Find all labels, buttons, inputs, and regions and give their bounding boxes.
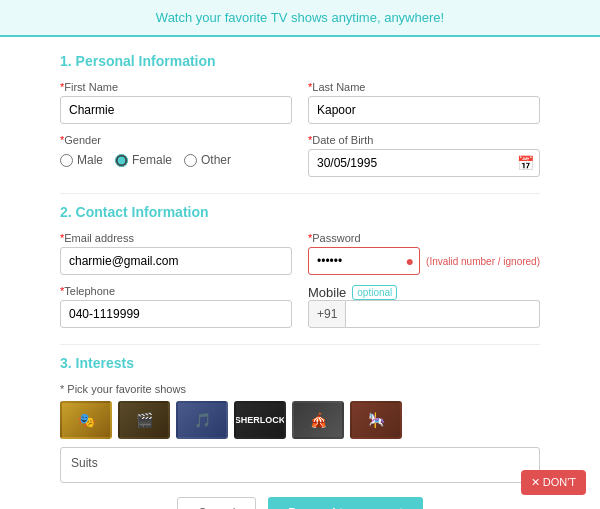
dont-button[interactable]: ✕ DON'T: [521, 470, 586, 495]
mobile-field: Mobile optional +91: [308, 285, 540, 328]
gender-group: Male Female Other: [60, 153, 292, 170]
show-thumb-1[interactable]: 🎭: [60, 401, 112, 439]
gender-female-radio[interactable]: [115, 154, 128, 167]
show-thumb-6[interactable]: 🎠: [350, 401, 402, 439]
first-name-field: *First Name: [60, 81, 292, 124]
banner-text: Watch your favorite TV shows anytime, an…: [156, 10, 444, 25]
mobile-input[interactable]: [346, 300, 540, 328]
personal-section-title: 1. Personal Information: [60, 53, 540, 69]
top-banner: Watch your favorite TV shows anytime, an…: [0, 0, 600, 37]
password-label: *Password: [308, 232, 540, 244]
cancel-button[interactable]: Cancel: [177, 497, 256, 509]
last-name-input[interactable]: [308, 96, 540, 124]
dob-wrapper: 📅: [308, 149, 540, 177]
dob-field: *Date of Birth 📅: [308, 134, 540, 177]
email-input[interactable]: [60, 247, 292, 275]
email-label: *Email address: [60, 232, 292, 244]
last-name-field: *Last Name: [308, 81, 540, 124]
mobile-label-row: Mobile optional: [308, 285, 540, 300]
telephone-input[interactable]: [60, 300, 292, 328]
show-thumb-5[interactable]: 🎪: [292, 401, 344, 439]
shows-thumbnails: 🎭 🎬 🎵 SHERLOCK 🎪 🎠: [60, 401, 540, 439]
mobile-label: Mobile: [308, 285, 346, 300]
personal-information-section: 1. Personal Information *First Name *Las…: [60, 53, 540, 177]
password-error-icon: ●: [406, 253, 414, 269]
first-name-label: *First Name: [60, 81, 292, 93]
contact-section-title: 2. Contact Information: [60, 204, 540, 220]
mobile-prefix-wrapper: +91: [308, 300, 540, 328]
show-thumb-4[interactable]: SHERLOCK: [234, 401, 286, 439]
gender-label: *Gender: [60, 134, 292, 146]
password-wrapper: ●: [308, 247, 420, 275]
password-row: ● (Invalid number / ignored): [308, 247, 540, 275]
selected-show-display: Suits: [60, 447, 540, 483]
password-field: *Password ● (Invalid number / ignored): [308, 232, 540, 275]
dob-input[interactable]: [308, 149, 540, 177]
contact-information-section: 2. Contact Information *Email address *P…: [60, 204, 540, 328]
interests-section: 3. Interests * Pick your favorite shows …: [60, 355, 540, 483]
gender-other-radio[interactable]: [184, 154, 197, 167]
optional-badge: optional: [352, 285, 397, 300]
mobile-prefix-display: +91: [308, 300, 346, 328]
gender-other-option[interactable]: Other: [184, 153, 231, 167]
footer-buttons: Cancel Proceed to payment: [60, 497, 540, 509]
show-thumb-2[interactable]: 🎬: [118, 401, 170, 439]
password-hint: (Invalid number / ignored): [426, 256, 540, 267]
telephone-field: *Telephone: [60, 285, 292, 328]
interests-section-title: 3. Interests: [60, 355, 540, 371]
gender-field: *Gender Male Female Other: [60, 134, 292, 177]
first-name-input[interactable]: [60, 96, 292, 124]
email-field: *Email address: [60, 232, 292, 275]
gender-male-option[interactable]: Male: [60, 153, 103, 167]
gender-male-radio[interactable]: [60, 154, 73, 167]
last-name-label: *Last Name: [308, 81, 540, 93]
password-input[interactable]: [308, 247, 420, 275]
proceed-button[interactable]: Proceed to payment: [268, 497, 423, 509]
dob-label: *Date of Birth: [308, 134, 540, 146]
show-thumb-3[interactable]: 🎵: [176, 401, 228, 439]
shows-label: * Pick your favorite shows: [60, 383, 540, 395]
gender-female-option[interactable]: Female: [115, 153, 172, 167]
telephone-label: *Telephone: [60, 285, 292, 297]
